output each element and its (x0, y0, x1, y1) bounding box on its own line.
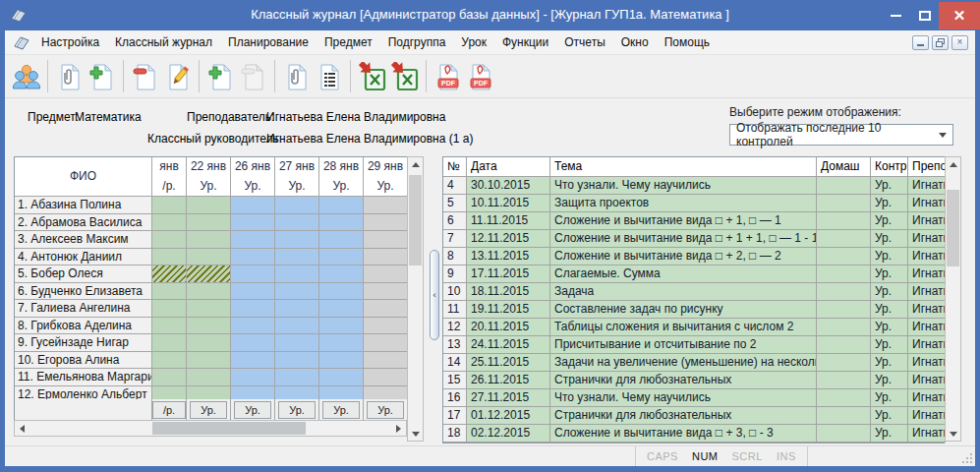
maximize-button[interactable] (910, 2, 939, 30)
grade-cell[interactable] (231, 283, 275, 301)
grade-cell[interactable] (187, 197, 231, 214)
lesson-type-button[interactable]: Ур. (190, 401, 227, 419)
grade-cell[interactable] (275, 214, 319, 232)
lesson-row[interactable]: 1119.11.2015Составление задач по рисунку… (443, 301, 944, 319)
grade-cell[interactable] (319, 266, 364, 283)
grade-cell[interactable] (152, 231, 187, 249)
lessons-column-header[interactable]: № (443, 157, 467, 177)
lesson-row[interactable]: 430.10.2015Что узнали. Чему научилисьУр.… (443, 177, 944, 195)
grade-cell[interactable] (187, 214, 231, 232)
grade-cell[interactable] (187, 249, 231, 266)
grade-cell[interactable] (364, 334, 407, 352)
grade-cell[interactable] (319, 318, 364, 335)
lesson-type-header[interactable]: Ур. (364, 176, 408, 197)
lesson-type-button[interactable]: Ур. (234, 401, 271, 419)
grade-cell[interactable] (319, 214, 364, 232)
mdi-close-button[interactable]: × (951, 35, 968, 50)
grade-cell[interactable] (364, 197, 407, 214)
grade-cell[interactable] (152, 386, 187, 400)
grade-cell[interactable] (187, 386, 231, 400)
lesson-row[interactable]: 611.11.2015Сложение и вычитание вида □ +… (443, 212, 944, 230)
date-column-header[interactable]: 26 янв (231, 157, 275, 176)
grade-cell[interactable] (231, 197, 275, 214)
date-column-header[interactable]: 29 янв (364, 157, 408, 176)
grade-cell[interactable] (231, 231, 275, 249)
lesson-row[interactable]: 917.11.2015Слагаемые. СуммаУр.Игнать (443, 266, 944, 283)
grade-cell[interactable] (231, 249, 275, 266)
display-mode-select[interactable]: Отображать последние 10 контролей (729, 124, 953, 146)
menu-item[interactable]: Урок (453, 32, 494, 52)
attach-document-icon[interactable] (53, 58, 86, 95)
grade-cell[interactable] (152, 318, 187, 335)
grade-cell[interactable] (364, 352, 407, 370)
grade-cell[interactable] (319, 334, 364, 352)
grade-cell[interactable] (152, 214, 187, 232)
menu-item[interactable]: Планирование (220, 32, 317, 52)
grade-cell[interactable] (152, 300, 187, 318)
grade-cell[interactable] (231, 369, 275, 386)
lessons-column-header[interactable]: Домаш (817, 157, 871, 177)
grade-cell[interactable] (187, 369, 231, 386)
student-name[interactable]: 7. Галиева Ангелина (15, 300, 152, 318)
remove-page-disabled-icon[interactable] (237, 58, 269, 95)
grade-cell[interactable] (275, 369, 319, 386)
grades-vertical-scrollbar[interactable] (407, 156, 424, 442)
grade-cell[interactable] (152, 249, 187, 266)
add-document-icon[interactable] (86, 58, 118, 95)
student-name[interactable]: 6. Будченко Елизавета (15, 283, 152, 301)
grade-cell[interactable] (231, 352, 275, 370)
grade-cell[interactable] (319, 283, 364, 301)
lesson-type-header[interactable]: Ур. (275, 176, 319, 197)
scroll-up-button[interactable] (408, 157, 423, 172)
grade-cell[interactable] (275, 300, 319, 318)
grade-cell[interactable] (231, 334, 275, 352)
grade-cell[interactable] (187, 352, 231, 370)
grade-cell[interactable] (364, 283, 407, 301)
menu-item[interactable]: Предмет (317, 32, 380, 52)
grade-cell[interactable] (231, 318, 275, 335)
scroll-down-button[interactable] (946, 426, 960, 441)
users-icon[interactable] (10, 58, 42, 95)
lesson-type-button[interactable]: /р. (152, 401, 186, 419)
grade-cell[interactable] (319, 249, 364, 266)
grade-cell[interactable] (231, 300, 275, 318)
date-column-header[interactable]: янв (152, 157, 187, 176)
grade-cell[interactable] (364, 369, 407, 386)
grade-cell[interactable] (364, 231, 407, 249)
grade-cell[interactable] (187, 283, 231, 301)
grade-cell[interactable] (275, 266, 319, 283)
scrollbar-thumb[interactable] (409, 175, 422, 266)
grade-cell[interactable] (319, 300, 364, 318)
grade-cell[interactable] (275, 197, 319, 214)
scrollbar-thumb[interactable] (947, 190, 959, 266)
grade-cell[interactable] (319, 352, 364, 370)
grade-cell[interactable] (152, 197, 187, 214)
edit-document-icon[interactable] (161, 58, 194, 95)
grade-cell[interactable] (231, 386, 275, 400)
menu-item[interactable]: Окно (613, 32, 657, 52)
lessons-column-header[interactable]: Контр (871, 157, 908, 177)
grade-cell[interactable] (152, 352, 187, 370)
scroll-down-button[interactable] (408, 426, 423, 441)
excel-import-icon[interactable] (356, 58, 388, 95)
scroll-up-button[interactable] (946, 157, 960, 172)
student-name[interactable]: 1. Абазина Полина (15, 197, 152, 214)
grade-cell[interactable] (187, 334, 231, 352)
menu-item[interactable]: Настройка (33, 32, 107, 52)
grade-cell[interactable] (152, 369, 187, 386)
student-name[interactable]: 2. Абрамова Василиса (15, 214, 152, 232)
lesson-row[interactable]: 1802.12.2015Сложение и вычитание вида □ … (443, 425, 944, 442)
date-column-header[interactable]: 28 янв (319, 157, 364, 176)
grade-cell[interactable] (187, 231, 231, 249)
lesson-row[interactable]: 1018.11.2015ЗадачаУр.Игнать (443, 283, 944, 301)
close-button[interactable]: ✕ (939, 2, 980, 30)
date-column-header[interactable]: 22 янв (187, 157, 231, 176)
lesson-type-header[interactable]: Ур. (319, 176, 364, 197)
lesson-row[interactable]: 1220.11.2015Таблицы сложения и вычитания… (443, 319, 944, 336)
student-name[interactable]: 8. Грибкова Аделина (15, 318, 152, 335)
menu-item[interactable]: Подгруппа (380, 32, 454, 52)
grade-cell[interactable] (364, 318, 407, 335)
scrollbar-thumb[interactable] (152, 422, 306, 435)
student-name[interactable]: 3. Алексеев Максим (15, 231, 152, 249)
mdi-minimize-button[interactable] (912, 35, 929, 50)
